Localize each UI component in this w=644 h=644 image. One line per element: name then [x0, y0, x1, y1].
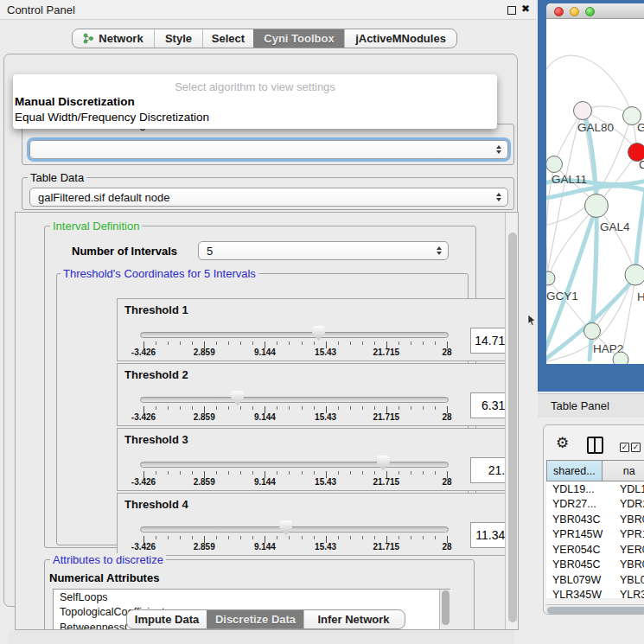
top-tab-bar: NetworkStyleSelectCyni ToolboxjActiveMNo… [72, 29, 457, 48]
tab-label: Impute Data [135, 613, 199, 626]
table-row[interactable]: YBL079WYBL0 [546, 572, 644, 588]
network-edge [598, 207, 634, 272]
tab-label: Cyni Toolbox [264, 32, 334, 45]
network-node-label: H [637, 290, 644, 303]
table-row[interactable]: YER054CYER0 [546, 542, 644, 558]
slider-track[interactable] [140, 462, 449, 468]
cell-shared-name: YLR345W [546, 589, 615, 598]
axis-tick-label: 15.43 [315, 348, 336, 357]
number-of-intervals-label: Number of Intervals [69, 245, 180, 258]
number-of-intervals-combobox[interactable]: 5 [198, 241, 449, 260]
network-node[interactable] [546, 156, 563, 173]
network-view-frame: GAL80GACGAL11GAL4GCY1HHAP2 [538, 0, 644, 392]
axis-tick-label: -3.426 [131, 542, 156, 552]
tab-label: Network [99, 32, 143, 45]
network-node[interactable] [625, 265, 644, 285]
cell-name: YDL1 [615, 483, 644, 495]
slider-track[interactable] [140, 332, 449, 338]
axis-tick-label: 28 [442, 412, 451, 422]
split-columns-icon[interactable] [587, 437, 603, 454]
mouse-cursor-icon [527, 315, 536, 327]
minimize-traffic-light-icon[interactable] [570, 7, 579, 16]
network-node[interactable] [613, 352, 628, 364]
tab-discretize-data[interactable]: Discretize Data [207, 610, 303, 628]
slider-thumb[interactable] [231, 391, 244, 405]
table-data-group: Table Data galFiltered.sif default node [22, 177, 514, 210]
table-row[interactable]: YPR145WYPR1 [546, 527, 644, 543]
network-node[interactable] [584, 323, 601, 340]
popup-option-equal-width[interactable]: Equal Width/Frequency Discretization [15, 111, 209, 124]
slider-thumb[interactable] [312, 326, 325, 341]
slider-track[interactable] [140, 526, 449, 532]
thresholds-group-label: Threshold's Coordinates for 5 Intervals [61, 267, 258, 280]
network-node-label: GCY1 [546, 290, 578, 303]
column-header-shared-name[interactable]: shared... [546, 460, 603, 481]
slider-track[interactable] [140, 397, 449, 403]
table-row[interactable]: YBR043CYBR0 [546, 512, 644, 527]
major-ticks [143, 341, 449, 348]
numerical-attributes-label: Numerical Attributes [47, 571, 162, 584]
network-node-label: GAL4 [600, 220, 630, 233]
axis-tick-label: 15.43 [315, 542, 336, 552]
float-window-icon[interactable] [507, 6, 516, 15]
network-icon [83, 33, 94, 44]
column-header-name[interactable]: na [603, 460, 644, 481]
slider-thumb[interactable] [279, 520, 292, 535]
table-row[interactable]: YDL19...YDL1 [546, 481, 644, 497]
axis-tick-label: 9.144 [254, 477, 276, 487]
close-traffic-light-icon[interactable] [554, 7, 564, 16]
interval-definition-label: Interval Definition [50, 220, 142, 233]
popup-placeholder-row[interactable]: Select algorithm to view settings [13, 80, 497, 93]
attributes-list-scrollbar[interactable] [439, 590, 451, 630]
table-rows: YDL19...YDL1YDR27...YDR2YBR043CYBR0YPR14… [546, 481, 644, 598]
network-node[interactable] [574, 102, 592, 120]
axis-tick-label: 21.715 [373, 542, 400, 552]
table-panel-title: Table Panel [551, 399, 609, 412]
network-edge [549, 207, 595, 277]
table-data-group-label: Table Data [28, 171, 86, 184]
tab-label: jActiveMNodules [355, 32, 446, 45]
bottom-tab-bar: Impute DataDiscretize DataInfer Network [126, 609, 405, 629]
axis-tick-label: 2.859 [194, 477, 215, 487]
network-window: GAL80GACGAL11GAL4GCY1HHAP2 [546, 3, 644, 364]
table-data-combobox[interactable]: galFiltered.sif default node [29, 188, 508, 207]
algorithm-dropdown-popup: Select algorithm to view settings Manual… [13, 74, 497, 129]
checkbox-icon[interactable]: ✓ [620, 443, 629, 452]
gear-icon[interactable]: ⚙ [556, 436, 569, 450]
number-of-intervals-value: 5 [207, 245, 213, 258]
settings-vertical-scrollbar[interactable] [505, 213, 519, 630]
network-node[interactable] [585, 194, 609, 218]
tab-jactivemnodules[interactable]: jActiveMNodules [344, 29, 456, 48]
axis-tick-label: 9.144 [254, 412, 276, 422]
table-column-headers: shared... na [546, 460, 644, 481]
close-icon[interactable]: ✖ [521, 3, 530, 15]
tab-cyni-toolbox[interactable]: Cyni Toolbox [253, 29, 344, 48]
axis-tick-label: 2.859 [194, 542, 215, 552]
table-row[interactable]: YLR345WYLR3 [546, 588, 644, 599]
network-node[interactable] [546, 271, 555, 285]
threshold-panel: Threshold 3-3.4262.8599.14415.4321.71528… [117, 428, 519, 491]
attribute-list-item[interactable]: SelfLoops [54, 590, 450, 605]
threshold-label: Threshold 2 [124, 368, 188, 381]
cell-shared-name: YDL19... [546, 483, 615, 495]
algorithm-combobox[interactable] [29, 140, 508, 159]
popup-option-manual-discretization[interactable]: Manual Discretization [15, 95, 135, 108]
axis-tick-label: 21.715 [373, 348, 400, 357]
network-node-label: GAL11 [552, 173, 587, 186]
tab-impute-data[interactable]: Impute Data [127, 610, 207, 628]
network-window-titlebar[interactable] [546, 3, 644, 19]
table-row[interactable]: YDR27...YDR2 [546, 497, 644, 513]
tab-style[interactable]: Style [154, 29, 202, 48]
tab-network[interactable]: Network [73, 29, 154, 48]
tab-select[interactable]: Select [202, 29, 253, 48]
tab-infer-network[interactable]: Infer Network [303, 610, 403, 628]
network-canvas[interactable]: GAL80GACGAL11GAL4GCY1HHAP2 [546, 19, 644, 364]
table-row[interactable]: YBR045CYBR0 [546, 558, 644, 573]
attributes-group-label: Attributes to discretize [50, 553, 166, 566]
cell-name: YDR2 [615, 498, 644, 510]
zoom-traffic-light-icon[interactable] [585, 7, 595, 16]
slider-thumb[interactable] [377, 456, 390, 470]
checkbox-icon[interactable]: ✓ [631, 443, 641, 452]
threshold-label: Threshold 4 [124, 498, 188, 511]
table-horizontal-scrollbar[interactable] [545, 604, 644, 615]
